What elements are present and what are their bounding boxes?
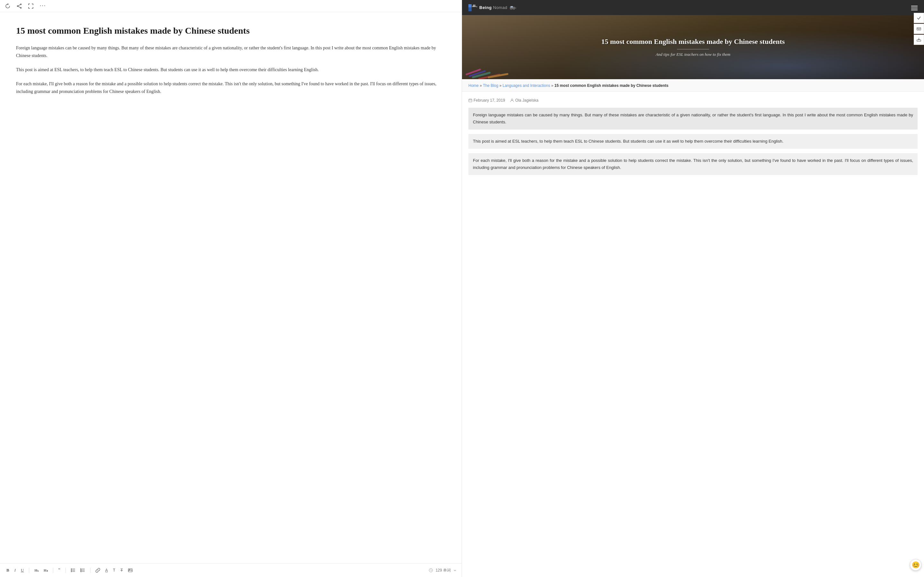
article-paragraph-1: Foreign language mistakes can be caused …	[468, 108, 918, 129]
refresh-icon[interactable]	[5, 3, 10, 9]
breadcrumb-category[interactable]: Languages and Interactions	[503, 83, 550, 88]
svg-line-4	[18, 6, 20, 7]
breadcrumb-text: Home » The Blog » Languages and Interact…	[468, 83, 668, 88]
hero-title: 15 most common English mistakes made by …	[601, 37, 785, 47]
svg-point-5	[71, 569, 72, 569]
ordered-list-button[interactable]: 1. 2. 3.	[79, 567, 86, 573]
svg-rect-31	[468, 4, 472, 7]
paragraph-1-text: Foreign language mistakes can be caused …	[473, 113, 913, 124]
svg-point-46	[514, 9, 514, 10]
emoji-button[interactable]: 😊	[910, 559, 921, 571]
editor-paragraph-1: Foreign language mistakes can be caused …	[16, 44, 446, 60]
article-paragraph-3: For each mistake, I'll give both a reaso…	[468, 153, 918, 175]
hero-text: 15 most common English mistakes made by …	[595, 37, 791, 57]
bold-button[interactable]: B	[5, 567, 11, 574]
breadcrumb-sep-2: »	[499, 83, 503, 88]
svg-point-9	[71, 571, 72, 572]
underline-text-button[interactable]: A	[104, 567, 109, 573]
emoji-icon: 😊	[912, 561, 920, 569]
editor-toolbar-top: ···	[0, 0, 462, 12]
svg-text:3.: 3.	[81, 571, 81, 572]
share-icon[interactable]	[17, 3, 22, 9]
more-options-icon[interactable]: ···	[40, 3, 46, 9]
text-format-button[interactable]: T	[111, 567, 116, 573]
breadcrumb-current: 15 most common English mistakes made by …	[554, 83, 668, 88]
hamburger-menu[interactable]	[911, 4, 918, 11]
tray-icon[interactable]	[914, 35, 924, 45]
check-icon[interactable]	[914, 13, 924, 23]
breadcrumb-sep-1: »	[480, 83, 483, 88]
editor-paragraph-2: This post is aimed at ESL teachers, to h…	[16, 66, 446, 74]
hero-section: 15 most common English mistakes made by …	[462, 15, 924, 79]
svg-point-7	[71, 570, 72, 571]
svg-rect-47	[515, 7, 516, 9]
svg-point-1	[17, 5, 18, 6]
article-author: Ola Jagielska	[515, 98, 538, 103]
breadcrumb-home[interactable]: Home	[468, 83, 479, 88]
italic-button[interactable]: I	[13, 567, 17, 574]
svg-rect-41	[511, 6, 512, 7]
browser-frame: Being Being Nomad	[462, 0, 924, 577]
image-button[interactable]	[127, 567, 134, 573]
svg-point-0	[21, 4, 21, 5]
keyboard-icon[interactable]	[914, 24, 924, 34]
word-count-area: 129 单词	[429, 568, 457, 573]
sidebar-action-icons	[914, 13, 924, 45]
toolbar-divider-3	[65, 568, 66, 573]
editor-content-area[interactable]: 15 most common English mistakes made by …	[0, 12, 462, 563]
paragraph-2-text: This post is aimed at ESL teachers, to h…	[473, 139, 783, 143]
svg-rect-42	[512, 6, 513, 7]
word-count: 129 单词	[436, 568, 451, 573]
unordered-list-button[interactable]	[69, 567, 77, 573]
meta-date: February 17, 2019	[468, 98, 505, 103]
website-content[interactable]: Being Being Nomad	[462, 0, 924, 577]
svg-rect-51	[469, 99, 472, 102]
h1-button[interactable]: H₁	[33, 568, 40, 573]
breadcrumb-sep-3: »	[551, 83, 554, 88]
fullscreen-icon[interactable]	[28, 3, 33, 9]
editor-panel: ··· 15 most common English mistakes made…	[0, 0, 462, 577]
link-button[interactable]	[94, 567, 102, 573]
editor-paragraph-3: For each mistake, I'll give both a reaso…	[16, 80, 446, 95]
meta-bar: February 17, 2019 Ola Jagielska	[468, 98, 918, 103]
site-logo-text: Being Nomad	[479, 5, 507, 10]
strikethrough-button[interactable]: T	[119, 567, 124, 573]
svg-point-18	[129, 569, 129, 570]
quote-button[interactable]: "	[57, 567, 62, 574]
toolbar-divider-4	[90, 568, 90, 573]
svg-point-2	[21, 7, 21, 8]
svg-point-45	[511, 9, 511, 10]
paragraph-3-text: For each mistake, I'll give both a reaso…	[473, 158, 913, 170]
site-header: Being Being Nomad	[462, 0, 924, 15]
h2-button[interactable]: H₂	[42, 568, 49, 573]
svg-point-33	[473, 5, 474, 5]
browser-panel: Being Being Nomad	[462, 0, 924, 577]
article-content: February 17, 2019 Ola Jagielska Foreign …	[462, 92, 924, 186]
svg-line-3	[18, 5, 20, 6]
breadcrumb-blog[interactable]: The Blog	[483, 83, 498, 88]
article-date: February 17, 2019	[473, 98, 505, 103]
meta-author: Ola Jagielska	[510, 98, 538, 103]
editor-toolbar-bottom: B I U H₁ H₂ " 1. 2. 3.	[0, 563, 462, 577]
svg-rect-22	[917, 27, 921, 30]
article-title: 15 most common English mistakes made by …	[16, 25, 446, 37]
article-paragraph-2: This post is aimed at ESL teachers, to h…	[468, 134, 918, 149]
site-logo: Being Being Nomad	[468, 4, 516, 11]
hero-subtitle: And tips for ESL teachers on how to fix …	[601, 52, 785, 57]
underline-button[interactable]: U	[19, 567, 25, 574]
breadcrumb: Home » The Blog » Languages and Interact…	[462, 79, 924, 92]
svg-point-36	[475, 5, 475, 5]
